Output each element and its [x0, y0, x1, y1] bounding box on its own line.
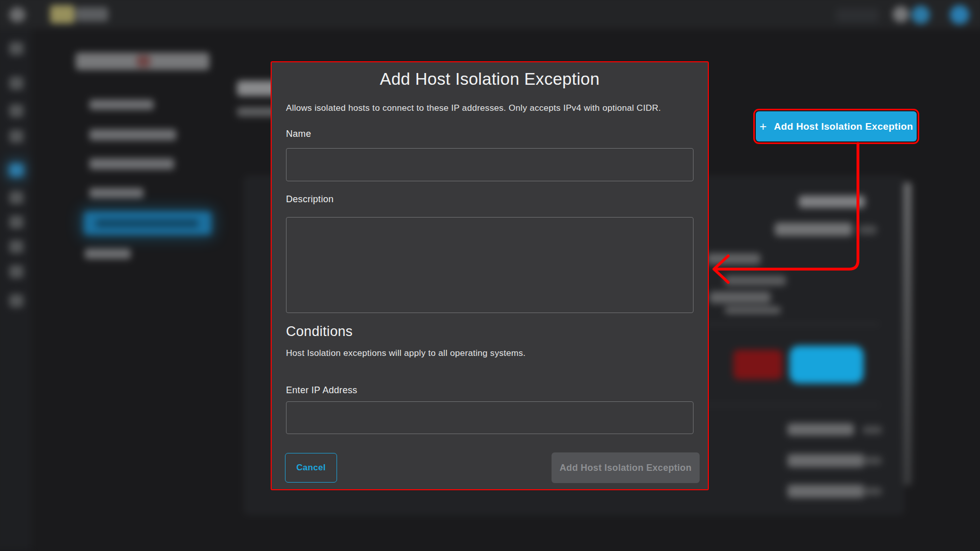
- name-label: Name: [286, 129, 311, 139]
- menu-icon: [9, 7, 26, 22]
- blurred-heading-accent: [137, 55, 150, 67]
- topbar: [0, 0, 980, 29]
- blurred-blue-button: [790, 346, 864, 384]
- sidebar-icon: [9, 215, 23, 229]
- blurred-nav-item: [89, 158, 174, 170]
- sidebar-icon: [9, 42, 23, 55]
- divider: [706, 324, 879, 325]
- add-host-isolation-exception-modal: Add Host Isolation Exception Allows isol…: [271, 61, 709, 490]
- sidebar-icon: [9, 130, 23, 143]
- blurred-table-cell: [787, 485, 864, 498]
- sidebar-icon: [9, 265, 23, 278]
- description-textarea[interactable]: [286, 217, 694, 313]
- blurred-text-line: [709, 292, 771, 303]
- blurred-table-cell: [787, 454, 864, 467]
- scrollbar: [903, 182, 912, 486]
- sidebar-icon: [9, 240, 23, 253]
- plus-icon: +: [759, 121, 767, 133]
- app-logo-text: [76, 7, 108, 21]
- sidebar-icon: [9, 104, 23, 117]
- sidebar-icon: [9, 77, 23, 90]
- blurred-nav-item-active: [84, 211, 211, 235]
- app-logo-icon: [50, 5, 75, 23]
- blurred-gray-avatar: [893, 6, 909, 22]
- blurred-nav-item: [85, 249, 131, 259]
- cancel-button[interactable]: Cancel: [285, 453, 337, 483]
- sidebar-icon: [9, 191, 23, 204]
- chevron-down-icon: [863, 487, 882, 495]
- blurred-text-line: [725, 306, 781, 314]
- highlight-button-label: Add Host Isolation Exception: [774, 121, 913, 132]
- screenshot-canvas: Add Host Isolation Exception Allows isol…: [0, 0, 980, 551]
- sidebar-icon: [9, 294, 23, 307]
- modal-subtitle: Allows isolated hosts to connect to thes…: [286, 103, 661, 113]
- name-input[interactable]: [286, 148, 694, 181]
- sidebar: [0, 29, 32, 551]
- add-host-isolation-exception-button[interactable]: + Add Host Isolation Exception: [756, 111, 917, 141]
- blurred-nav-item: [89, 100, 154, 110]
- modal-title: Add Host Isolation Exception: [272, 69, 708, 89]
- chevron-down-icon: [863, 426, 882, 434]
- divider: [706, 404, 879, 405]
- conditions-title: Conditions: [286, 324, 353, 340]
- description-label: Description: [286, 194, 333, 205]
- blurred-delete-button: [733, 350, 782, 379]
- ip-address-label: Enter IP Address: [286, 385, 357, 396]
- annotation-arrow: [705, 138, 868, 291]
- conditions-subtitle: Host Isolation exceptions will apply to …: [286, 348, 525, 358]
- sidebar-icon-active: [9, 163, 23, 177]
- blurred-nav-item: [89, 188, 144, 198]
- blurred-user-avatar: [950, 5, 969, 25]
- blurred-topbar-pill: [836, 8, 879, 22]
- submit-add-exception-button[interactable]: Add Host Isolation Exception: [552, 452, 700, 483]
- ip-address-input[interactable]: [286, 401, 694, 434]
- blurred-blue-avatar: [912, 6, 930, 24]
- blurred-nav-item: [89, 129, 176, 140]
- blurred-table-cell: [787, 423, 854, 436]
- chevron-down-icon: [863, 457, 882, 465]
